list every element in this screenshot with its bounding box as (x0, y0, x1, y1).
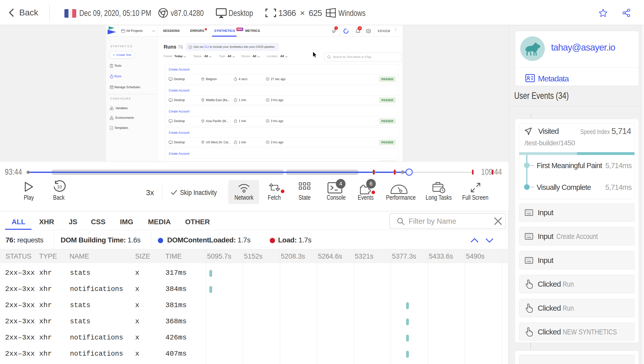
svg-text:10: 10 (57, 185, 62, 189)
